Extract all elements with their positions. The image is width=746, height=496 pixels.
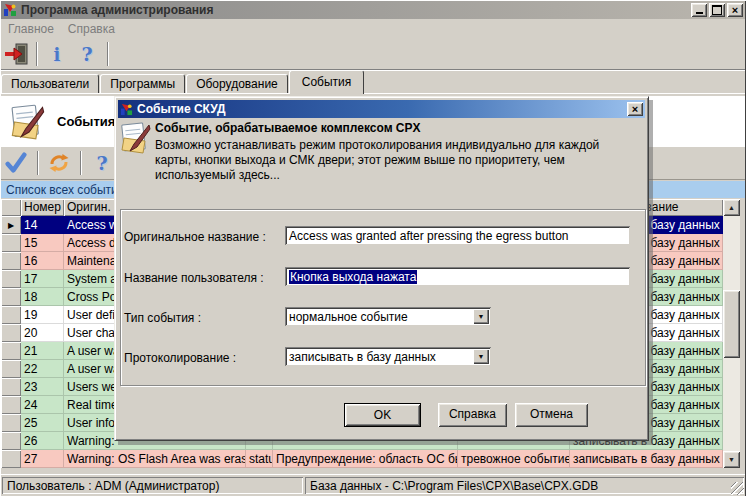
dialog-heading: Событие, обрабатываемое комплексом CPX bbox=[155, 121, 645, 135]
event-type-label: Тип события : bbox=[124, 311, 201, 325]
application-window: Программа администрирования × Главное Сп… bbox=[0, 0, 746, 496]
row-selector[interactable] bbox=[1, 270, 21, 288]
row-selector[interactable] bbox=[1, 288, 21, 306]
cell-num: 25 bbox=[21, 414, 64, 432]
tab-programs[interactable]: Программы bbox=[100, 74, 185, 93]
row-selector[interactable] bbox=[1, 414, 21, 432]
row-selector[interactable] bbox=[1, 396, 21, 414]
row-selector[interactable] bbox=[1, 252, 21, 270]
dialog-close-button[interactable]: × bbox=[627, 102, 643, 116]
cell-num: 24 bbox=[21, 396, 64, 414]
original-name-label: Оригинальное название : bbox=[124, 230, 266, 244]
cell-num: 17 bbox=[21, 270, 64, 288]
tab-equipment[interactable]: Оборудование bbox=[186, 74, 288, 93]
cell-num: 23 bbox=[21, 378, 64, 396]
row-selector[interactable] bbox=[1, 378, 21, 396]
row-selector[interactable] bbox=[1, 450, 21, 468]
row-selector[interactable] bbox=[1, 342, 21, 360]
scroll-up-icon[interactable]: ▲ bbox=[723, 199, 740, 216]
header-number[interactable]: Номер bbox=[21, 199, 64, 216]
table-row[interactable]: 27Warning: OS Flash Area was erasestatus… bbox=[1, 450, 723, 468]
status-database: База данных - C:\Program Files\CPX\Base\… bbox=[305, 477, 744, 494]
status-bar: Пользователь : ADM (Администратор) База … bbox=[1, 474, 745, 496]
notepad-pen-icon bbox=[119, 121, 153, 158]
event-dialog: Событие СКУД × Событие, обрабатываемое к… bbox=[114, 96, 649, 441]
cell-num: 15 bbox=[21, 234, 64, 252]
row-selector[interactable] bbox=[1, 324, 21, 342]
toolbar-separator bbox=[107, 42, 108, 66]
dialog-titlebar: Событие СКУД × bbox=[118, 100, 645, 118]
user-name-input[interactable]: Кнопка выхода нажата bbox=[285, 267, 630, 286]
scroll-down-icon[interactable]: ▼ bbox=[723, 451, 740, 468]
row-selector-current-icon[interactable]: ▶ bbox=[1, 216, 21, 234]
cell-num: 26 bbox=[21, 432, 64, 450]
cell-extra: status bbox=[246, 450, 273, 468]
user-name-label: Название пользователя : bbox=[124, 271, 264, 285]
info-icon[interactable]: i bbox=[42, 41, 72, 67]
original-name-value: Access was granted after pressing the eg… bbox=[289, 229, 569, 243]
cell-rus: Предупреждение: область ОС была bbox=[273, 450, 458, 468]
scrollbar-thumb[interactable] bbox=[723, 290, 740, 358]
dialog-header: Событие, обрабатываемое комплексом CPX В… bbox=[121, 121, 645, 183]
minimize-button[interactable] bbox=[691, 3, 707, 17]
protocol-label: Протоколирование : bbox=[124, 351, 236, 365]
exit-icon[interactable] bbox=[1, 41, 31, 67]
row-selector[interactable] bbox=[1, 234, 21, 252]
help-icon[interactable]: ? bbox=[87, 150, 117, 176]
cell-num: 21 bbox=[21, 342, 64, 360]
cell-num: 19 bbox=[21, 306, 64, 324]
event-type-select[interactable]: нормальное событие ▼ bbox=[285, 307, 491, 326]
ok-button[interactable]: OK bbox=[344, 403, 421, 427]
tab-bar: Пользователи Программы Оборудование Собы… bbox=[1, 70, 745, 93]
cell-num: 14 bbox=[21, 216, 64, 234]
cell-num: 22 bbox=[21, 360, 64, 378]
cell-proto: записывать в базу данных bbox=[570, 450, 723, 468]
row-selector[interactable] bbox=[1, 360, 21, 378]
status-user: Пользователь : ADM (Администратор) bbox=[2, 477, 303, 494]
close-button[interactable]: × bbox=[727, 3, 743, 17]
event-type-value: нормальное событие bbox=[289, 310, 408, 324]
tab-users[interactable]: Пользователи bbox=[1, 74, 99, 93]
row-selector[interactable] bbox=[1, 306, 21, 324]
app-icon bbox=[120, 103, 133, 116]
protocol-select[interactable]: записывать в базу данных ▼ bbox=[285, 347, 491, 366]
toolbar-separator bbox=[80, 151, 81, 175]
help-button[interactable]: Справка bbox=[438, 403, 507, 427]
original-name-input[interactable]: Access was granted after pressing the eg… bbox=[285, 226, 630, 245]
tab-events[interactable]: События bbox=[289, 70, 365, 94]
panel-title: События, bbox=[57, 114, 119, 129]
cell-num: 20 bbox=[21, 324, 64, 342]
cell-num: 18 bbox=[21, 288, 64, 306]
cancel-button[interactable]: Отмена bbox=[515, 403, 588, 427]
refresh-icon[interactable] bbox=[44, 150, 74, 176]
vertical-scrollbar[interactable]: ▲ ▼ bbox=[723, 199, 740, 468]
header-selector bbox=[1, 199, 21, 216]
menu-help[interactable]: Справка bbox=[61, 20, 122, 38]
cell-num: 16 bbox=[21, 252, 64, 270]
cell-type: тревожное событие bbox=[458, 450, 570, 468]
resize-grip[interactable] bbox=[731, 482, 744, 495]
notepad-pen-icon bbox=[9, 103, 47, 141]
protocol-value: записывать в базу данных bbox=[289, 350, 436, 364]
cell-num: 27 bbox=[21, 450, 64, 468]
check-icon[interactable] bbox=[1, 150, 31, 176]
help-icon[interactable]: ? bbox=[72, 41, 102, 67]
maximize-button[interactable] bbox=[709, 3, 725, 17]
main-toolbar: i ? bbox=[1, 39, 745, 70]
row-selector[interactable] bbox=[1, 432, 21, 450]
menu-bar: Главное Справка bbox=[1, 19, 745, 39]
dialog-description: Возможно устанавливать режим протоколиро… bbox=[155, 138, 637, 183]
window-title: Программа администрирования bbox=[21, 3, 214, 17]
toolbar-separator bbox=[37, 151, 38, 175]
menu-main[interactable]: Главное bbox=[1, 20, 61, 38]
chevron-down-icon[interactable]: ▼ bbox=[473, 309, 489, 324]
cell-orig: Warning: OS Flash Area was erase bbox=[64, 450, 246, 468]
user-name-value: Кнопка выхода нажата bbox=[289, 270, 417, 284]
app-icon bbox=[3, 3, 17, 17]
toolbar-separator bbox=[36, 42, 37, 66]
window-titlebar: Программа администрирования × bbox=[1, 1, 745, 19]
dialog-title: Событие СКУД bbox=[137, 102, 226, 116]
chevron-down-icon[interactable]: ▼ bbox=[473, 349, 489, 364]
